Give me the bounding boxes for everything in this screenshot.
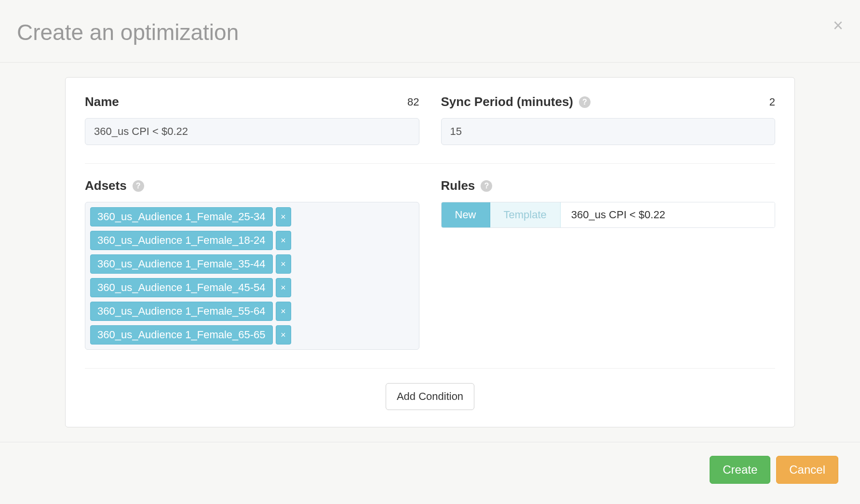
- rules-label-text: Rules: [441, 178, 475, 193]
- adset-tag: 360_us_Audience 1_Female_65-65 ×: [90, 325, 414, 345]
- divider: [85, 368, 775, 369]
- rules-value[interactable]: 360_us CPI < $0.22: [561, 202, 775, 227]
- remove-tag-icon[interactable]: ×: [276, 325, 291, 345]
- help-icon[interactable]: ?: [481, 180, 492, 192]
- form-row-bottom: Adsets ? 360_us_Audience 1_Female_25-34 …: [85, 178, 775, 350]
- adset-tag: 360_us_Audience 1_Female_25-34 ×: [90, 207, 414, 226]
- adsets-label-text: Adsets: [85, 178, 127, 193]
- name-section: Name 82: [85, 94, 419, 145]
- rules-new-button[interactable]: New: [442, 202, 490, 227]
- cancel-button[interactable]: Cancel: [776, 456, 838, 484]
- adsets-tag-container[interactable]: 360_us_Audience 1_Female_25-34 × 360_us_…: [85, 202, 419, 350]
- divider: [85, 163, 775, 164]
- close-icon[interactable]: ×: [833, 17, 843, 34]
- adset-tag: 360_us_Audience 1_Female_18-24 ×: [90, 231, 414, 250]
- name-input[interactable]: [85, 118, 419, 145]
- sync-period-input[interactable]: [441, 118, 776, 145]
- sync-period-label-row: Sync Period (minutes) ? 2: [441, 94, 776, 109]
- rules-label-row: Rules ?: [441, 178, 776, 193]
- form-row-top: Name 82 Sync Period (minutes) ? 2: [85, 94, 775, 145]
- sync-period-counter: 2: [769, 96, 775, 108]
- adset-tag-label: 360_us_Audience 1_Female_35-44: [90, 254, 273, 274]
- modal-body: Name 82 Sync Period (minutes) ? 2: [0, 63, 860, 442]
- name-counter: 82: [407, 96, 419, 108]
- adset-tag-label: 360_us_Audience 1_Female_55-64: [90, 302, 273, 321]
- help-icon[interactable]: ?: [133, 180, 144, 192]
- add-condition-button[interactable]: Add Condition: [386, 383, 474, 410]
- rules-section: Rules ? New Template 360_us CPI < $0.22: [441, 178, 776, 350]
- add-condition-row: Add Condition: [85, 383, 775, 410]
- adset-tag: 360_us_Audience 1_Female_35-44 ×: [90, 254, 414, 274]
- remove-tag-icon[interactable]: ×: [276, 207, 291, 226]
- remove-tag-icon[interactable]: ×: [276, 254, 291, 274]
- adsets-label: Adsets ?: [85, 178, 144, 193]
- remove-tag-icon[interactable]: ×: [276, 278, 291, 297]
- modal-footer: Create Cancel: [0, 442, 860, 497]
- create-button[interactable]: Create: [710, 456, 770, 484]
- name-label: Name: [85, 94, 119, 109]
- remove-tag-icon[interactable]: ×: [276, 231, 291, 250]
- sync-period-label-text: Sync Period (minutes): [441, 94, 574, 109]
- sync-period-label: Sync Period (minutes) ?: [441, 94, 591, 109]
- rules-template-button[interactable]: Template: [490, 202, 561, 227]
- adsets-section: Adsets ? 360_us_Audience 1_Female_25-34 …: [85, 178, 419, 350]
- name-label-row: Name 82: [85, 94, 419, 109]
- modal-title: Create an optimization: [17, 19, 239, 45]
- rules-input-group: New Template 360_us CPI < $0.22: [441, 202, 776, 228]
- modal-header: Create an optimization ×: [0, 0, 860, 63]
- adset-tag-label: 360_us_Audience 1_Female_45-54: [90, 278, 273, 297]
- content-panel: Name 82 Sync Period (minutes) ? 2: [65, 77, 795, 427]
- adset-tag-label: 360_us_Audience 1_Female_18-24: [90, 231, 273, 250]
- adset-tag: 360_us_Audience 1_Female_55-64 ×: [90, 302, 414, 321]
- help-icon[interactable]: ?: [579, 96, 591, 108]
- adset-tag-label: 360_us_Audience 1_Female_25-34: [90, 207, 273, 226]
- remove-tag-icon[interactable]: ×: [276, 302, 291, 321]
- rules-label: Rules ?: [441, 178, 493, 193]
- adset-tag: 360_us_Audience 1_Female_45-54 ×: [90, 278, 414, 297]
- sync-period-section: Sync Period (minutes) ? 2: [441, 94, 776, 145]
- adsets-label-row: Adsets ?: [85, 178, 419, 193]
- adset-tag-label: 360_us_Audience 1_Female_65-65: [90, 325, 273, 345]
